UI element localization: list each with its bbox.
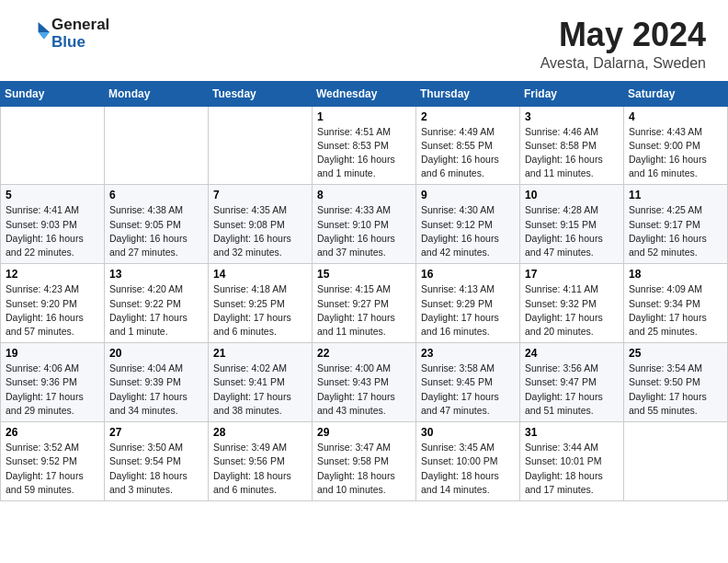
day-number: 13 [109, 268, 203, 281]
weekday-header-tuesday: Tuesday [209, 81, 313, 106]
day-number: 17 [525, 268, 619, 281]
calendar-cell: 28Sunrise: 3:49 AMSunset: 9:56 PMDayligh… [209, 422, 313, 501]
day-number: 14 [213, 268, 307, 281]
day-info: Sunrise: 4:13 AMSunset: 9:29 PMDaylight:… [421, 282, 515, 339]
day-info: Sunrise: 4:30 AMSunset: 9:12 PMDaylight:… [421, 203, 515, 259]
day-number: 6 [109, 189, 203, 201]
day-number: 3 [525, 110, 619, 123]
month-title: May 2024 [540, 17, 706, 53]
calendar-cell: 29Sunrise: 3:47 AMSunset: 9:58 PMDayligh… [313, 422, 416, 501]
day-info: Sunrise: 3:49 AMSunset: 9:56 PMDaylight:… [213, 441, 307, 497]
day-number: 15 [317, 268, 411, 281]
day-info: Sunrise: 4:46 AMSunset: 8:58 PMDaylight:… [525, 125, 619, 181]
day-info: Sunrise: 4:06 AMSunset: 9:36 PMDaylight:… [6, 362, 99, 418]
day-info: Sunrise: 4:15 AMSunset: 9:27 PMDaylight:… [317, 282, 411, 339]
day-number: 4 [629, 110, 722, 123]
day-info: Sunrise: 4:02 AMSunset: 9:41 PMDaylight:… [213, 362, 307, 418]
calendar-cell: 25Sunrise: 3:54 AMSunset: 9:50 PMDayligh… [624, 343, 728, 422]
week-row-4: 19Sunrise: 4:06 AMSunset: 9:36 PMDayligh… [1, 343, 728, 422]
day-number: 24 [525, 347, 619, 360]
day-info: Sunrise: 4:20 AMSunset: 9:22 PMDaylight:… [109, 282, 203, 339]
calendar-cell: 30Sunrise: 3:45 AMSunset: 10:00 PMDaylig… [416, 422, 520, 501]
calendar-table: SundayMondayTuesdayWednesdayThursdayFrid… [0, 81, 728, 501]
calendar-cell: 18Sunrise: 4:09 AMSunset: 9:34 PMDayligh… [624, 264, 728, 343]
day-info: Sunrise: 4:38 AMSunset: 9:05 PMDaylight:… [109, 203, 203, 259]
day-number: 7 [213, 189, 307, 201]
day-info: Sunrise: 3:44 AMSunset: 10:01 PMDaylight… [525, 441, 619, 497]
day-number: 25 [629, 347, 722, 360]
calendar-cell: 12Sunrise: 4:23 AMSunset: 9:20 PMDayligh… [1, 264, 105, 343]
day-number: 18 [629, 268, 722, 281]
calendar-cell: 11Sunrise: 4:25 AMSunset: 9:17 PMDayligh… [624, 185, 728, 264]
logo-icon [24, 19, 50, 45]
day-info: Sunrise: 4:41 AMSunset: 9:03 PMDaylight:… [6, 203, 99, 259]
day-number: 5 [6, 189, 99, 201]
svg-marker-0 [39, 22, 50, 32]
day-number: 21 [213, 347, 307, 360]
calendar-cell [624, 422, 728, 501]
calendar-cell [209, 106, 313, 185]
calendar-cell: 31Sunrise: 3:44 AMSunset: 10:01 PMDaylig… [520, 422, 624, 501]
calendar-cell: 5Sunrise: 4:41 AMSunset: 9:03 PMDaylight… [1, 185, 105, 264]
calendar-cell [105, 106, 209, 185]
day-number: 20 [109, 347, 203, 360]
calendar-cell: 8Sunrise: 4:33 AMSunset: 9:10 PMDaylight… [313, 185, 416, 264]
day-number: 27 [109, 426, 203, 439]
day-info: Sunrise: 4:25 AMSunset: 9:17 PMDaylight:… [629, 203, 722, 259]
day-number: 11 [629, 189, 722, 201]
calendar-cell: 27Sunrise: 3:50 AMSunset: 9:54 PMDayligh… [105, 422, 209, 501]
day-number: 30 [421, 426, 515, 439]
calendar-cell: 2Sunrise: 4:49 AMSunset: 8:55 PMDaylight… [416, 106, 520, 185]
day-info: Sunrise: 4:51 AMSunset: 8:53 PMDaylight:… [317, 125, 411, 181]
day-number: 16 [421, 268, 515, 281]
calendar-cell: 3Sunrise: 4:46 AMSunset: 8:58 PMDaylight… [520, 106, 624, 185]
calendar-cell: 10Sunrise: 4:28 AMSunset: 9:15 PMDayligh… [520, 185, 624, 264]
day-info: Sunrise: 4:49 AMSunset: 8:55 PMDaylight:… [421, 125, 515, 181]
weekday-header-wednesday: Wednesday [313, 81, 416, 106]
calendar-cell: 19Sunrise: 4:06 AMSunset: 9:36 PMDayligh… [1, 343, 105, 422]
day-info: Sunrise: 4:33 AMSunset: 9:10 PMDaylight:… [317, 203, 411, 259]
day-info: Sunrise: 3:45 AMSunset: 10:00 PMDaylight… [421, 441, 515, 497]
location-subtitle: Avesta, Dalarna, Sweden [540, 55, 706, 72]
day-number: 8 [317, 189, 411, 201]
day-number: 1 [317, 110, 411, 123]
day-info: Sunrise: 3:50 AMSunset: 9:54 PMDaylight:… [109, 441, 203, 497]
day-number: 10 [525, 189, 619, 201]
logo-general: General [51, 17, 109, 34]
day-number: 23 [421, 347, 515, 360]
day-number: 22 [317, 347, 411, 360]
calendar-cell [1, 106, 105, 185]
day-info: Sunrise: 4:11 AMSunset: 9:32 PMDaylight:… [525, 282, 619, 339]
logo-blue: Blue [51, 34, 109, 52]
logo: General Blue [22, 17, 109, 51]
title-area: May 2024 Avesta, Dalarna, Sweden [540, 17, 706, 72]
day-info: Sunrise: 4:28 AMSunset: 9:15 PMDaylight:… [525, 203, 619, 259]
weekday-header-thursday: Thursday [416, 81, 520, 106]
day-info: Sunrise: 3:56 AMSunset: 9:47 PMDaylight:… [525, 362, 619, 418]
calendar-cell: 22Sunrise: 4:00 AMSunset: 9:43 PMDayligh… [313, 343, 416, 422]
day-info: Sunrise: 3:54 AMSunset: 9:50 PMDaylight:… [629, 362, 722, 418]
day-info: Sunrise: 4:23 AMSunset: 9:20 PMDaylight:… [6, 282, 99, 339]
calendar-cell: 17Sunrise: 4:11 AMSunset: 9:32 PMDayligh… [520, 264, 624, 343]
week-row-2: 5Sunrise: 4:41 AMSunset: 9:03 PMDaylight… [1, 185, 728, 264]
calendar-cell: 13Sunrise: 4:20 AMSunset: 9:22 PMDayligh… [105, 264, 209, 343]
day-info: Sunrise: 4:04 AMSunset: 9:39 PMDaylight:… [109, 362, 203, 418]
calendar-cell: 14Sunrise: 4:18 AMSunset: 9:25 PMDayligh… [209, 264, 313, 343]
weekday-header-friday: Friday [520, 81, 624, 106]
calendar-cell: 26Sunrise: 3:52 AMSunset: 9:52 PMDayligh… [1, 422, 105, 501]
day-info: Sunrise: 3:58 AMSunset: 9:45 PMDaylight:… [421, 362, 515, 418]
svg-marker-1 [39, 32, 50, 40]
day-number: 29 [317, 426, 411, 439]
calendar-cell: 9Sunrise: 4:30 AMSunset: 9:12 PMDaylight… [416, 185, 520, 264]
calendar-cell: 20Sunrise: 4:04 AMSunset: 9:39 PMDayligh… [105, 343, 209, 422]
day-info: Sunrise: 3:52 AMSunset: 9:52 PMDaylight:… [6, 441, 99, 497]
day-info: Sunrise: 4:43 AMSunset: 9:00 PMDaylight:… [629, 125, 722, 181]
calendar-cell: 4Sunrise: 4:43 AMSunset: 9:00 PMDaylight… [624, 106, 728, 185]
weekday-header-saturday: Saturday [624, 81, 728, 106]
day-number: 19 [6, 347, 99, 360]
calendar-cell: 23Sunrise: 3:58 AMSunset: 9:45 PMDayligh… [416, 343, 520, 422]
day-number: 26 [6, 426, 99, 439]
calendar-cell: 7Sunrise: 4:35 AMSunset: 9:08 PMDaylight… [209, 185, 313, 264]
day-number: 12 [6, 268, 99, 281]
week-row-1: 1Sunrise: 4:51 AMSunset: 8:53 PMDaylight… [1, 106, 728, 185]
